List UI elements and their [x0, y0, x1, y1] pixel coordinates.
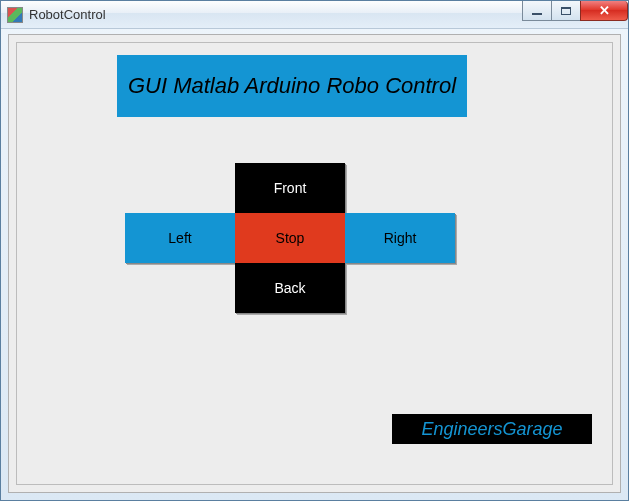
page-title: GUI Matlab Arduino Robo Control: [117, 55, 467, 117]
window-controls: ✕: [522, 1, 628, 21]
front-button[interactable]: Front: [235, 163, 345, 213]
window-title: RobotControl: [29, 7, 106, 22]
minimize-icon: [532, 13, 542, 15]
close-icon: ✕: [599, 3, 610, 18]
stop-button[interactable]: Stop: [235, 213, 345, 263]
footer-brand: EngineersGarage: [392, 414, 592, 444]
maximize-button[interactable]: [551, 1, 581, 21]
back-button[interactable]: Back: [235, 263, 345, 313]
app-window: RobotControl ✕ GUI Matlab Arduino Robo C…: [0, 0, 629, 501]
matlab-icon: [7, 7, 23, 23]
minimize-button[interactable]: [522, 1, 552, 21]
figure-panel: GUI Matlab Arduino Robo Control Front Le…: [16, 42, 613, 485]
right-button[interactable]: Right: [345, 213, 455, 263]
direction-pad: Front Left Stop Right Back: [125, 163, 455, 313]
left-button[interactable]: Left: [125, 213, 235, 263]
titlebar: RobotControl ✕: [1, 1, 628, 29]
close-button[interactable]: ✕: [580, 1, 628, 21]
client-area: GUI Matlab Arduino Robo Control Front Le…: [8, 34, 621, 493]
maximize-icon: [561, 7, 571, 15]
